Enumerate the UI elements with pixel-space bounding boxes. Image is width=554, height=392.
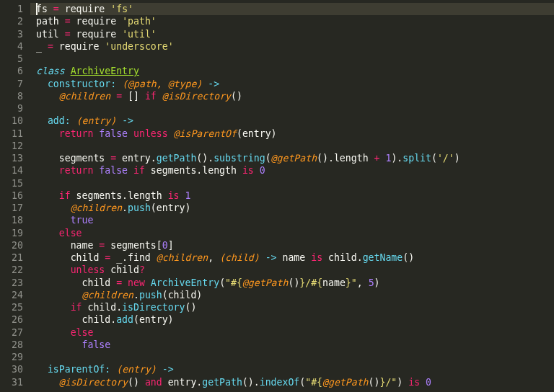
code-token: entry. bbox=[162, 377, 203, 388]
code-line[interactable] bbox=[36, 177, 554, 190]
code-line[interactable]: add: (entry) -> bbox=[36, 115, 554, 127]
code-line[interactable]: child = _.find @children, (child) -> nam… bbox=[36, 251, 554, 264]
line-number: 29 bbox=[0, 351, 30, 363]
code-token: (entry) bbox=[133, 314, 174, 325]
line-number: 19 bbox=[0, 227, 30, 239]
code-token: }/" bbox=[379, 377, 397, 388]
code-line[interactable] bbox=[36, 53, 554, 65]
line-number: 5 bbox=[0, 53, 30, 65]
code-line[interactable]: name = segments[0] bbox=[36, 239, 554, 251]
code-line[interactable]: if child.isDirectory() bbox=[36, 301, 554, 313]
code-token: ) bbox=[454, 153, 460, 164]
code-line[interactable]: @children.push(entry) bbox=[36, 202, 554, 214]
code-line[interactable]: segments = entry.getPath().substring(@ge… bbox=[36, 152, 554, 164]
code-editor[interactable]: 1234567891011121314151617181920212223242… bbox=[0, 0, 554, 392]
code-line[interactable]: unless child? bbox=[36, 264, 554, 276]
code-token bbox=[36, 339, 82, 350]
code-token: entry. bbox=[116, 153, 157, 164]
code-token bbox=[110, 364, 116, 375]
code-token: . bbox=[122, 202, 128, 213]
code-token bbox=[36, 215, 71, 226]
code-token bbox=[145, 277, 151, 288]
line-number: 15 bbox=[0, 177, 30, 190]
code-line[interactable] bbox=[36, 102, 554, 115]
code-token: _.find bbox=[110, 252, 157, 263]
code-token: isDirectory bbox=[122, 302, 185, 313]
code-line[interactable]: false bbox=[36, 339, 554, 351]
code-token bbox=[116, 79, 122, 89]
code-line[interactable]: fs = require 'fs' bbox=[36, 3, 554, 15]
code-line[interactable]: _ = require 'underscore' bbox=[36, 40, 554, 53]
code-token bbox=[36, 115, 48, 126]
line-number: 28 bbox=[0, 339, 30, 351]
code-line[interactable]: @children.push(child) bbox=[36, 289, 554, 301]
code-token: () bbox=[369, 377, 380, 388]
code-token: = bbox=[48, 41, 53, 52]
line-number: 21 bbox=[0, 251, 30, 264]
code-line[interactable]: return false if segments.length is 0 bbox=[36, 164, 554, 177]
code-line[interactable]: class ArchiveEntry bbox=[36, 65, 554, 77]
code-token: segments[ bbox=[105, 240, 162, 251]
code-line[interactable] bbox=[36, 140, 554, 152]
code-token: @getPath bbox=[271, 153, 317, 164]
code-token: constructor bbox=[48, 79, 110, 89]
code-token: () bbox=[128, 377, 145, 388]
code-line[interactable]: child = new ArchiveEntry("#{@getPath()}/… bbox=[36, 277, 554, 289]
code-token bbox=[36, 91, 59, 102]
code-line[interactable]: isParentOf: (entry) -> bbox=[36, 363, 554, 375]
code-token: = bbox=[116, 277, 122, 288]
code-token: 'fs' bbox=[110, 4, 133, 14]
code-token: , bbox=[208, 252, 219, 263]
code-token bbox=[36, 264, 71, 275]
code-token: [] bbox=[122, 91, 145, 102]
code-token: 'util' bbox=[122, 29, 157, 40]
code-token: unless bbox=[71, 264, 105, 275]
code-token: is bbox=[311, 252, 322, 263]
code-token: ( bbox=[265, 153, 271, 164]
code-token: @isDirectory bbox=[59, 377, 128, 388]
code-token: indexOf bbox=[260, 377, 300, 388]
code-token: push bbox=[139, 290, 162, 300]
code-token: , bbox=[357, 277, 369, 288]
code-token: (@path, @type) bbox=[122, 79, 202, 89]
code-token: segments.length bbox=[71, 190, 168, 201]
code-line[interactable]: @children = [] if @isDirectory() bbox=[36, 90, 554, 102]
code-line[interactable]: util = require 'util' bbox=[36, 28, 554, 40]
code-token: name bbox=[36, 240, 99, 251]
code-token bbox=[36, 302, 71, 313]
code-token: is bbox=[408, 377, 420, 388]
code-line[interactable]: if segments.length is 1 bbox=[36, 190, 554, 202]
code-token: name bbox=[322, 277, 346, 288]
code-token bbox=[36, 327, 71, 338]
code-token: unless bbox=[133, 128, 168, 139]
code-line[interactable]: else bbox=[36, 227, 554, 239]
code-token: = bbox=[110, 153, 116, 164]
code-token: return bbox=[59, 128, 94, 139]
code-token: split bbox=[403, 153, 431, 164]
code-token: @getPath bbox=[242, 277, 289, 288]
code-area[interactable]: fs = require 'fs'path = require 'path'ut… bbox=[30, 0, 554, 388]
code-token: = bbox=[53, 4, 59, 14]
code-token: -> bbox=[208, 79, 219, 89]
code-token bbox=[36, 128, 59, 139]
code-token: return bbox=[59, 165, 94, 176]
code-line[interactable]: constructor: (@path, @type) -> bbox=[36, 78, 554, 90]
code-line[interactable]: return false unless @isParentOf(entry) bbox=[36, 128, 554, 140]
code-line[interactable]: else bbox=[36, 326, 554, 339]
code-line[interactable]: child.add(entry) bbox=[36, 313, 554, 326]
code-token: -> bbox=[162, 364, 174, 375]
code-line[interactable] bbox=[36, 351, 554, 363]
code-line[interactable]: @isDirectory() and entry.getPath().index… bbox=[36, 376, 554, 388]
code-line[interactable]: true bbox=[36, 214, 554, 226]
code-token: '/' bbox=[437, 153, 454, 164]
code-token: (). bbox=[242, 377, 260, 388]
code-token: ArchiveEntry bbox=[71, 66, 139, 76]
code-token: (entry) bbox=[76, 115, 117, 126]
line-number: 25 bbox=[0, 301, 30, 313]
line-number: 3 bbox=[0, 28, 30, 40]
code-line[interactable]: path = require 'path' bbox=[36, 15, 554, 27]
code-token bbox=[254, 165, 260, 176]
code-token bbox=[36, 165, 59, 176]
line-number: 13 bbox=[0, 152, 30, 164]
line-number: 22 bbox=[0, 264, 30, 276]
